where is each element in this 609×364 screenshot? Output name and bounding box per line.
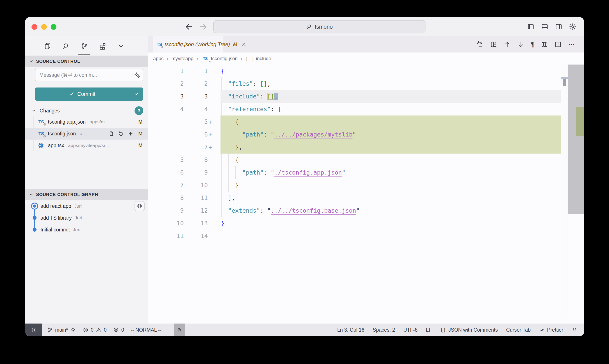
remote-indicator[interactable] bbox=[25, 324, 42, 336]
status-label: LF bbox=[426, 327, 432, 333]
activity-item-extensions-icon[interactable] bbox=[97, 37, 108, 55]
stage-icon[interactable] bbox=[128, 130, 134, 137]
activity-item-chevron-down-icon[interactable] bbox=[116, 37, 126, 55]
zoom-indicator[interactable] bbox=[174, 324, 185, 336]
code-line[interactable]: 69 "path": "./tsconfig.app.json" bbox=[148, 166, 584, 179]
layout-sidebar-left-icon[interactable] bbox=[527, 23, 535, 31]
status-label: Cursor Tab bbox=[506, 327, 531, 333]
original-line-number: 4 bbox=[148, 103, 184, 116]
source-control-section-header[interactable]: SOURCE CONTROL bbox=[25, 56, 148, 67]
close-icon[interactable] bbox=[241, 41, 247, 47]
forward-arrow-icon[interactable] bbox=[198, 22, 208, 31]
code-text: "files": [], bbox=[221, 78, 271, 90]
original-line-number: 3 bbox=[148, 90, 184, 103]
zoom-traffic-light[interactable] bbox=[51, 24, 56, 30]
code-text: { bbox=[221, 154, 239, 166]
gear-icon[interactable] bbox=[569, 23, 577, 31]
commit-message-box bbox=[35, 69, 143, 81]
file-path: apps/m... bbox=[90, 119, 108, 124]
pilcrow-icon[interactable]: ¶ bbox=[531, 41, 535, 48]
code-line[interactable]: 11{ bbox=[148, 65, 584, 78]
source-control-graph-header[interactable]: SOURCE CONTROL GRAPH bbox=[25, 189, 148, 200]
code-line[interactable]: 5+ { bbox=[148, 116, 584, 128]
changes-header[interactable]: Changes 3 bbox=[25, 105, 148, 116]
inline-view-icon[interactable] bbox=[490, 41, 497, 48]
file-actions bbox=[108, 130, 134, 137]
problems-status[interactable]: 00 bbox=[83, 324, 107, 336]
code-editor[interactable]: 11{22 "files": [],33 "include": [],44 "r… bbox=[148, 65, 584, 324]
breadcrumb-item[interactable]: myviteapp bbox=[171, 56, 193, 62]
vim-mode[interactable]: -- NORMAL -- bbox=[130, 324, 161, 336]
modified-line-number: 13 bbox=[184, 217, 208, 230]
original-line-number bbox=[148, 128, 184, 141]
original-line-number: 7 bbox=[148, 179, 184, 192]
cursor-tab[interactable]: Cursor Tab bbox=[506, 324, 531, 336]
language-mode[interactable]: {}JSON with Comments bbox=[440, 324, 498, 336]
commit-message-input[interactable] bbox=[35, 72, 134, 78]
commit-row[interactable]: add react appJuri bbox=[25, 200, 148, 212]
status-label: 0 bbox=[91, 327, 94, 333]
eol[interactable]: LF bbox=[426, 324, 432, 336]
modified-line-number: 12 bbox=[184, 204, 208, 217]
code-text: "path": "./tsconfig.app.json" bbox=[221, 166, 345, 179]
encoding[interactable]: UTF-8 bbox=[403, 324, 418, 336]
change-item-app.tsx[interactable]: app.tsxapps/myviteapp/sr...M bbox=[25, 140, 148, 151]
code-line[interactable]: 6+ "path": "../../packages/mytslib" bbox=[148, 128, 584, 141]
code-line[interactable]: 58 { bbox=[148, 154, 584, 166]
modified-line-number: 1 bbox=[184, 65, 208, 78]
open-file-icon[interactable] bbox=[108, 130, 114, 137]
modified-line-number: 5 bbox=[184, 116, 208, 128]
sparkle-icon[interactable] bbox=[134, 72, 140, 78]
open-changes-icon[interactable] bbox=[477, 41, 484, 48]
arrow-down-icon[interactable] bbox=[517, 41, 525, 48]
commit-dropdown-button[interactable] bbox=[129, 91, 143, 97]
minimap[interactable] bbox=[561, 64, 568, 319]
back-arrow-icon[interactable] bbox=[184, 22, 194, 31]
layout-panel-icon[interactable] bbox=[541, 23, 549, 31]
change-item-tsconfig.app.json[interactable]: TS⚙tsconfig.app.jsonapps/m...M bbox=[25, 116, 148, 128]
indentation[interactable]: Spaces: 2 bbox=[373, 324, 395, 336]
code-line[interactable]: 22 "files": [], bbox=[148, 78, 584, 90]
formatter[interactable]: Prettier bbox=[539, 324, 563, 336]
minimize-traffic-light[interactable] bbox=[41, 24, 47, 30]
activity-item-search-icon[interactable] bbox=[61, 37, 71, 55]
code-line[interactable]: 811 ], bbox=[148, 192, 584, 204]
code-line[interactable]: 1114 bbox=[148, 230, 584, 242]
scrollbar-thumb[interactable] bbox=[568, 65, 584, 214]
command-center-search[interactable]: tsmono bbox=[213, 20, 426, 33]
ellipsis-icon[interactable] bbox=[568, 41, 575, 48]
code-line[interactable]: 44 "references": [ bbox=[148, 103, 584, 116]
breadcrumb-item[interactable]: apps bbox=[153, 56, 164, 62]
code-line[interactable]: 710 } bbox=[148, 179, 584, 192]
split-editor-icon[interactable] bbox=[554, 41, 562, 48]
breadcrumb-item[interactable]: [ ]include bbox=[246, 56, 271, 62]
close-traffic-light[interactable] bbox=[31, 24, 37, 30]
search-icon bbox=[62, 42, 70, 50]
code-text: "extends": "../../tsconfig.base.json" bbox=[221, 204, 360, 217]
discard-icon[interactable] bbox=[118, 130, 124, 137]
activity-item-source-control-icon[interactable] bbox=[79, 37, 90, 55]
code-line[interactable]: 7+ }, bbox=[148, 141, 584, 154]
code-line[interactable]: 33 "include": [], bbox=[148, 90, 584, 103]
diff-added-highlight bbox=[220, 141, 561, 154]
ports-status[interactable]: 0 bbox=[113, 324, 124, 336]
activity-item-explorer-icon[interactable] bbox=[42, 37, 53, 55]
branch-status[interactable]: main* bbox=[47, 324, 76, 336]
arrow-up-icon[interactable] bbox=[504, 41, 511, 48]
notifications[interactable] bbox=[571, 324, 578, 336]
target-icon[interactable] bbox=[135, 201, 145, 211]
map-icon[interactable] bbox=[541, 41, 548, 48]
change-item-tsconfig.json[interactable]: TS⚙tsconfig.jsona...M bbox=[25, 128, 148, 140]
commit-button[interactable]: Commit bbox=[35, 88, 143, 101]
status-label: JSON with Comments bbox=[448, 327, 498, 333]
commit-row[interactable]: Initial commitJuri bbox=[25, 224, 148, 235]
commit-row[interactable]: add TS libraryJuri bbox=[25, 212, 148, 224]
breadcrumb-item[interactable]: TS⚙tsconfig.json bbox=[201, 55, 238, 62]
layout-sidebar-right-icon[interactable] bbox=[555, 23, 563, 31]
code-line[interactable]: 1013} bbox=[148, 217, 584, 230]
tab-tsconfig-working-tree[interactable]: TS⚙ tsconfig.json (Working Tree) M bbox=[153, 36, 223, 52]
cursor-position[interactable]: Ln 3, Col 16 bbox=[337, 324, 364, 336]
original-line-number: 9 bbox=[148, 204, 184, 217]
file-path: apps/myviteapp/sr... bbox=[68, 143, 109, 148]
code-line[interactable]: 912 "extends": "../../tsconfig.base.json… bbox=[148, 204, 584, 217]
